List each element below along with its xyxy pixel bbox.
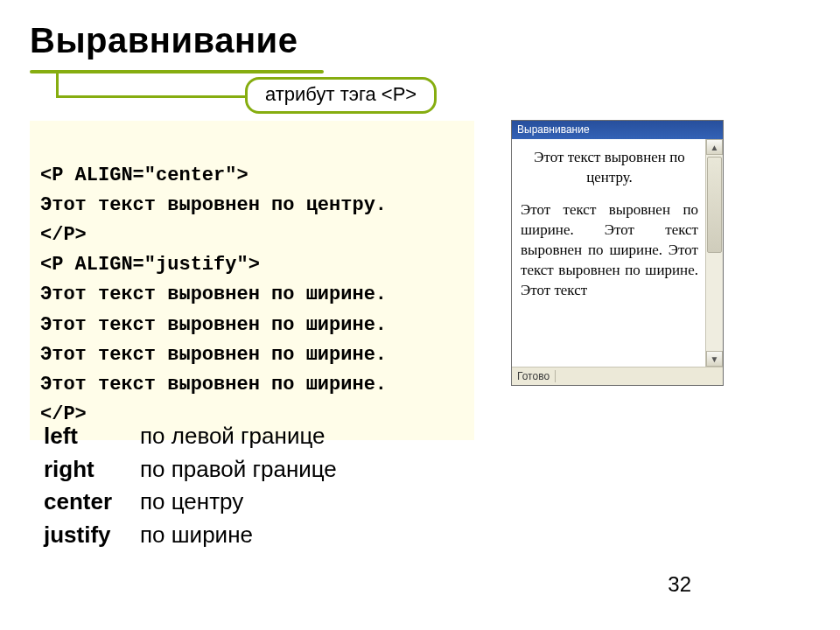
browser-content: Этот текст выровнен по центру. Этот текс…	[512, 139, 705, 367]
align-key: left	[44, 420, 140, 453]
align-key: center	[44, 486, 140, 519]
code-line: </P>	[40, 220, 464, 250]
callout-connector-horizontal	[56, 95, 245, 98]
justified-paragraph: Этот текст выровнен по ширине. Этот текс…	[521, 200, 698, 301]
code-line: Этот текст выровнен по центру.	[40, 191, 464, 220]
page-title: Выравнивание	[30, 21, 298, 60]
statusbar-separator	[555, 370, 556, 382]
align-key: justify	[44, 519, 140, 552]
browser-statusbar: Готово	[512, 367, 723, 385]
align-desc: по ширине	[140, 519, 253, 552]
browser-title: Выравнивание	[517, 123, 590, 136]
code-line: <P ALIGN="justify">	[40, 250, 464, 280]
align-row-center: center по центру	[44, 486, 337, 519]
align-key: right	[44, 453, 140, 486]
code-block: <P ALIGN="center">Этот текст выровнен по…	[30, 121, 474, 440]
code-line: Этот текст выровнен по ширине.	[40, 340, 464, 370]
scroll-down-button[interactable]: ▼	[706, 351, 723, 367]
chevron-down-icon: ▼	[710, 354, 719, 364]
align-desc: по центру	[140, 486, 243, 519]
callout-box: атрибут тэга <P>	[245, 77, 437, 114]
title-underline	[30, 70, 324, 74]
align-row-right: right по правой границе	[44, 453, 337, 486]
align-row-justify: justify по ширине	[44, 519, 337, 552]
code-line: <P ALIGN="center">	[40, 161, 464, 191]
slide: Выравнивание атрибут тэга <P> <P ALIGN="…	[0, 0, 840, 630]
scrollbar-thumb[interactable]	[707, 157, 722, 253]
browser-titlebar: Выравнивание	[512, 121, 723, 139]
chevron-up-icon: ▲	[710, 143, 719, 152]
code-line: Этот текст выровнен по ширине.	[40, 280, 464, 310]
align-desc: по правой границе	[140, 453, 337, 486]
scrollbar[interactable]: ▲ ▼	[705, 139, 723, 367]
align-desc: по левой границе	[140, 420, 325, 453]
align-row-left: left по левой границе	[44, 420, 337, 453]
browser-body: Этот текст выровнен по центру. Этот текс…	[512, 139, 723, 367]
page-number: 32	[668, 572, 691, 597]
code-line: Этот текст выровнен по ширине.	[40, 370, 464, 400]
code-line: Этот текст выровнен по ширине.	[40, 311, 464, 340]
browser-preview: Выравнивание Этот текст выровнен по цент…	[511, 120, 724, 386]
scroll-up-button[interactable]: ▲	[706, 139, 723, 155]
centered-paragraph: Этот текст выровнен по центру.	[521, 148, 698, 188]
alignment-table: left по левой границе right по правой гр…	[44, 420, 337, 552]
scrollbar-track[interactable]	[706, 155, 723, 351]
status-text: Готово	[517, 370, 550, 382]
callout-connector-vertical	[56, 74, 59, 98]
